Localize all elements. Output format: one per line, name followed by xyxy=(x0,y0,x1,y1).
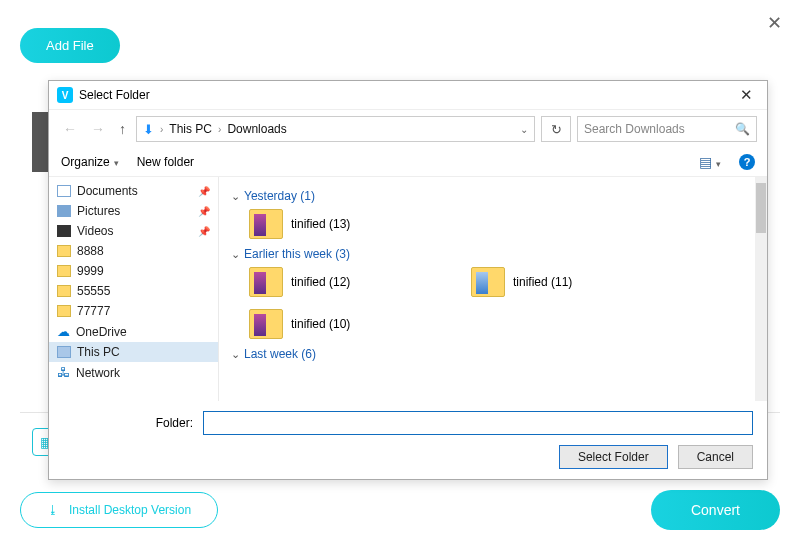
fold-icon xyxy=(57,285,71,297)
chevron-right-icon: › xyxy=(218,124,221,135)
search-input[interactable]: Search Downloads 🔍 xyxy=(577,116,757,142)
folder-item[interactable]: tinified (10) xyxy=(249,309,459,339)
fold-icon xyxy=(57,305,71,317)
tree-item[interactable]: This PC xyxy=(49,342,218,362)
folder-name: tinified (10) xyxy=(291,317,350,331)
group-items: tinified (13) xyxy=(249,209,755,239)
toolbar: Organize New folder ▤ ? xyxy=(49,148,767,177)
cancel-button[interactable]: Cancel xyxy=(678,445,753,469)
dialog-titlebar: V Select Folder ✕ xyxy=(49,81,767,110)
add-file-button[interactable]: Add File xyxy=(20,28,120,63)
tree-item-label: Network xyxy=(76,366,120,380)
close-icon[interactable]: ✕ xyxy=(734,86,759,104)
tree-item-label: This PC xyxy=(77,345,120,359)
refresh-button[interactable]: ↻ xyxy=(541,116,571,142)
chevron-down-icon[interactable]: ⌄ xyxy=(520,124,528,135)
select-folder-button[interactable]: Select Folder xyxy=(559,445,668,469)
tree-item-label: Pictures xyxy=(77,204,120,218)
group-items: tinified (12)tinified (11)tinified (10) xyxy=(249,267,755,339)
chevron-right-icon: › xyxy=(160,124,163,135)
download-icon: ⭳ xyxy=(47,503,59,517)
back-icon[interactable]: ← xyxy=(59,121,81,137)
tree-item-label: Documents xyxy=(77,184,138,198)
tree-item[interactable]: 55555 xyxy=(49,281,218,301)
search-icon: 🔍 xyxy=(735,122,750,136)
folder-item[interactable]: tinified (12) xyxy=(249,267,459,297)
help-icon[interactable]: ? xyxy=(739,154,755,170)
new-folder-button[interactable]: New folder xyxy=(137,155,194,169)
select-folder-dialog: V Select Folder ✕ ← → ↑ ⬇ › This PC › Do… xyxy=(48,80,768,480)
tree-item-label: 8888 xyxy=(77,244,104,258)
folder-name: tinified (13) xyxy=(291,217,350,231)
folder-name-input[interactable] xyxy=(203,411,753,435)
up-icon[interactable]: ↑ xyxy=(115,121,130,137)
app-icon: V xyxy=(57,87,73,103)
dialog-title: Select Folder xyxy=(79,88,150,102)
pic-icon xyxy=(57,205,71,217)
pin-icon: 📌 xyxy=(198,186,210,197)
organize-menu[interactable]: Organize xyxy=(61,155,119,169)
pc-icon xyxy=(57,346,71,358)
fold-icon xyxy=(57,245,71,257)
convert-button[interactable]: Convert xyxy=(651,490,780,530)
group-header[interactable]: Earlier this week (3) xyxy=(231,247,755,261)
search-placeholder: Search Downloads xyxy=(584,122,729,136)
folder-field-label: Folder: xyxy=(63,416,193,430)
tree-item[interactable]: Pictures📌 xyxy=(49,201,218,221)
tree-item[interactable]: ☁OneDrive xyxy=(49,321,218,342)
folder-item[interactable]: tinified (11) xyxy=(471,267,681,297)
scrollbar-thumb[interactable] xyxy=(756,183,766,233)
tree-item[interactable]: 77777 xyxy=(49,301,218,321)
folder-name: tinified (11) xyxy=(513,275,572,289)
forward-icon[interactable]: → xyxy=(87,121,109,137)
folder-item[interactable]: tinified (13) xyxy=(249,209,459,239)
breadcrumb-child[interactable]: Downloads xyxy=(227,122,286,136)
cloud-icon: ☁ xyxy=(57,324,70,339)
background-panel xyxy=(32,112,48,172)
view-options-button[interactable]: ▤ xyxy=(699,154,721,170)
tree-item[interactable]: Videos📌 xyxy=(49,221,218,241)
pin-icon: 📌 xyxy=(198,226,210,237)
folder-icon xyxy=(471,267,505,297)
fold-icon xyxy=(57,265,71,277)
folder-icon xyxy=(249,267,283,297)
tree-item-label: Videos xyxy=(77,224,113,238)
install-desktop-button[interactable]: ⭳ Install Desktop Version xyxy=(20,492,218,528)
nav-row: ← → ↑ ⬇ › This PC › Downloads ⌄ ↻ Search… xyxy=(49,110,767,148)
doc-icon xyxy=(57,185,71,197)
tree-item[interactable]: 9999 xyxy=(49,261,218,281)
folder-content[interactable]: Yesterday (1)tinified (13)Earlier this w… xyxy=(219,177,767,401)
net-icon: 🖧 xyxy=(57,365,70,380)
folder-tree[interactable]: Documents📌Pictures📌Videos📌88889999555557… xyxy=(49,177,219,401)
address-bar[interactable]: ⬇ › This PC › Downloads ⌄ xyxy=(136,116,535,142)
pc-arrow-icon: ⬇ xyxy=(143,122,154,137)
folder-icon xyxy=(249,209,283,239)
folder-icon xyxy=(249,309,283,339)
tree-item[interactable]: 🖧Network xyxy=(49,362,218,383)
group-header[interactable]: Yesterday (1) xyxy=(231,189,755,203)
pin-icon: 📌 xyxy=(198,206,210,217)
tree-item[interactable]: Documents📌 xyxy=(49,181,218,201)
tree-item-label: OneDrive xyxy=(76,325,127,339)
scrollbar[interactable] xyxy=(755,177,767,401)
breadcrumb-root[interactable]: This PC xyxy=(169,122,212,136)
page-close-icon[interactable]: ✕ xyxy=(767,12,782,34)
tree-item-label: 9999 xyxy=(77,264,104,278)
folder-name: tinified (12) xyxy=(291,275,350,289)
tree-item-label: 77777 xyxy=(77,304,110,318)
tree-item-label: 55555 xyxy=(77,284,110,298)
group-header[interactable]: Last week (6) xyxy=(231,347,755,361)
install-label: Install Desktop Version xyxy=(69,503,191,517)
vid-icon xyxy=(57,225,71,237)
tree-item[interactable]: 8888 xyxy=(49,241,218,261)
